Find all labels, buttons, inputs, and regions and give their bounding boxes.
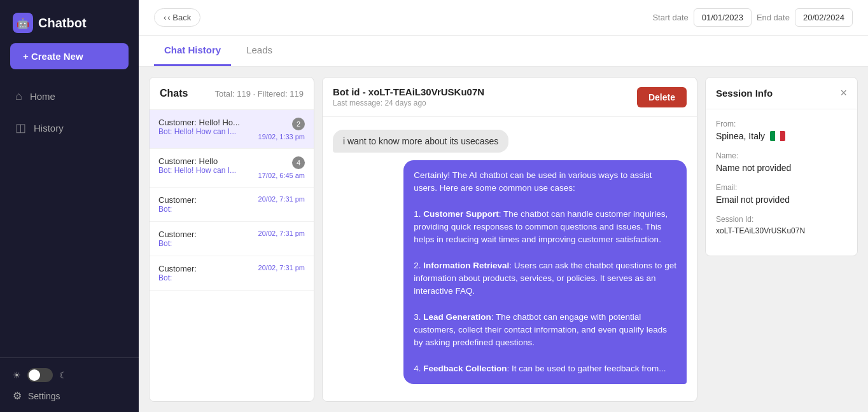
chat-text: Customer: Bot: [158, 195, 253, 214]
back-arrow-icon: ‹ [164, 13, 166, 22]
from-label: From: [716, 120, 847, 128]
chats-count: Total: 119 · Filtered: 119 [215, 89, 304, 99]
list-item[interactable]: Customer: Bot: 20/02, 7:31 pm [150, 222, 314, 256]
logo-text: Chatbot [38, 16, 87, 31]
content-area: Chats Total: 119 · Filtered: 119 Custome… [139, 67, 868, 412]
chat-time: 17/02, 6:45 am [258, 172, 305, 179]
chat-text: Customer: Bot: [158, 264, 253, 282]
list-item[interactable]: Customer: Hello Bot: Hello! How can I...… [150, 149, 314, 188]
chat-customer: Customer: [158, 230, 253, 239]
topbar: ‹ ‹ Back Start date 01/01/2023 End date … [139, 0, 868, 36]
chat-time: 20/02, 7:31 pm [258, 195, 305, 203]
chat-customer: Customer: Hello [158, 156, 253, 166]
theme-toggle: ☀ ☾ [13, 368, 126, 382]
chat-bot: Bot: [158, 239, 253, 248]
moon-icon: ☾ [59, 370, 67, 380]
tab-leads[interactable]: Leads [236, 36, 283, 66]
from-value: Spinea, Italy [716, 131, 847, 141]
chat-customer: Customer: [158, 264, 253, 273]
tab-chat-history[interactable]: Chat History [154, 36, 231, 66]
back-button[interactable]: ‹ ‹ Back [154, 8, 200, 27]
session-info-panel: Session Info × From: Spinea, Italy [705, 77, 858, 256]
session-id-field: Session Id: xoLT-TEAiL30VrUSKu07N [716, 215, 847, 235]
date-filters: Start date 01/01/2023 End date 20/02/202… [652, 8, 853, 27]
sun-icon: ☀ [13, 370, 21, 380]
chat-meta: 20/02, 7:31 pm [258, 264, 305, 271]
chat-badge: 4 [292, 156, 305, 169]
start-date-value[interactable]: 01/01/2023 [694, 8, 752, 27]
bot-id-sub: Last message: 24 days ago [333, 99, 484, 107]
name-value: Name not provided [716, 163, 847, 173]
italy-flag-icon [770, 131, 785, 141]
session-title: Session Info [716, 88, 773, 99]
chat-text: Customer: Hello Bot: Hello! How can I... [158, 156, 253, 175]
sidebar-item-history[interactable]: ◫ History [8, 113, 131, 142]
chat-customer: Customer: Hello! Ho... [158, 118, 253, 127]
sidebar-logo: 🤖 Chatbot [0, 0, 139, 43]
session-from-field: From: Spinea, Italy [716, 120, 847, 141]
chat-bot: Bot: [158, 273, 253, 282]
settings-label: Settings [28, 391, 60, 401]
theme-toggle-track[interactable] [27, 368, 53, 382]
theme-toggle-thumb [29, 369, 40, 381]
bot-info: Bot id - xoLT-TEAiL30VrUSKu07N Last mess… [333, 86, 484, 107]
delete-button[interactable]: Delete [637, 87, 687, 107]
chat-bot: Bot: Hello! How can I... [158, 127, 253, 136]
chat-customer: Customer: [158, 195, 253, 205]
logo-icon: 🤖 [13, 13, 33, 33]
chat-meta: 20/02, 7:31 pm [258, 195, 305, 203]
chat-time: 20/02, 7:31 pm [258, 264, 305, 271]
chat-time: 19/02, 1:33 pm [258, 133, 305, 141]
name-label: Name: [716, 151, 847, 160]
list-item[interactable]: Customer: Bot: 20/02, 7:31 pm [150, 256, 314, 291]
chat-list: Customer: Hello! Ho... Bot: Hello! How c… [150, 110, 314, 401]
end-date-label: End date [757, 13, 790, 22]
message-user: i want to know more about its usecases [333, 130, 508, 153]
settings-icon: ⚙ [13, 390, 22, 402]
create-new-button[interactable]: + Create New [10, 43, 129, 69]
chat-meta: 2 19/02, 1:33 pm [258, 118, 305, 141]
chat-meta: 4 17/02, 6:45 am [258, 156, 305, 179]
main-area: ‹ ‹ Back Start date 01/01/2023 End date … [139, 0, 868, 412]
session-id-label: Session Id: [716, 215, 847, 224]
list-item[interactable]: Customer: Bot: 20/02, 7:31 pm [150, 188, 314, 222]
chats-title: Chats [160, 88, 188, 99]
chat-bot: Bot: [158, 205, 253, 214]
sidebar: 🤖 Chatbot + Create New ⌂ Home ◫ History … [0, 0, 139, 412]
history-icon: ◫ [15, 121, 26, 135]
session-email-field: Email: Email not provided [716, 183, 847, 205]
sidebar-item-home[interactable]: ⌂ Home [8, 82, 131, 111]
close-session-button[interactable]: × [840, 86, 847, 100]
session-body: From: Spinea, Italy Name: Name not provi… [706, 109, 857, 256]
back-label: ‹ Back [167, 13, 191, 22]
start-date-label: Start date [652, 13, 688, 22]
bot-id-title: Bot id - xoLT-TEAiL30VrUSKu07N [333, 86, 484, 97]
chat-badge: 2 [292, 118, 305, 130]
conversation-panel: Bot id - xoLT-TEAiL30VrUSKu07N Last mess… [322, 77, 697, 402]
chat-text: Customer: Bot: [158, 230, 253, 248]
messages-area: i want to know more about its usecases C… [323, 117, 697, 401]
chat-text: Customer: Hello! Ho... Bot: Hello! How c… [158, 118, 253, 136]
email-value: Email not provided [716, 195, 847, 205]
tabs-bar: Chat History Leads [139, 36, 868, 67]
message-bot: Certainly! The AI chatbot can be used in… [403, 160, 687, 384]
session-header: Session Info × [706, 78, 857, 109]
conversation-header: Bot id - xoLT-TEAiL30VrUSKu07N Last mess… [323, 78, 697, 117]
end-date-value[interactable]: 20/02/2024 [795, 8, 853, 27]
chat-bot: Bot: Hello! How can I... [158, 166, 253, 175]
sidebar-bottom: ☀ ☾ ⚙ Settings [0, 357, 139, 412]
chat-time: 20/02, 7:31 pm [258, 230, 305, 237]
sidebar-item-label-history: History [34, 123, 64, 134]
chats-header: Chats Total: 119 · Filtered: 119 [150, 78, 314, 110]
settings-item[interactable]: ⚙ Settings [13, 390, 126, 402]
sidebar-item-label-home: Home [30, 91, 55, 102]
session-name-field: Name: Name not provided [716, 151, 847, 173]
chats-panel: Chats Total: 119 · Filtered: 119 Custome… [149, 77, 314, 402]
from-text: Spinea, Italy [716, 131, 765, 141]
email-label: Email: [716, 183, 847, 192]
chat-meta: 20/02, 7:31 pm [258, 230, 305, 237]
home-icon: ⌂ [15, 90, 22, 103]
list-item[interactable]: Customer: Hello! Ho... Bot: Hello! How c… [150, 110, 314, 149]
sidebar-nav: ⌂ Home ◫ History [0, 82, 139, 357]
session-id-value: xoLT-TEAiL30VrUSKu07N [716, 226, 847, 235]
